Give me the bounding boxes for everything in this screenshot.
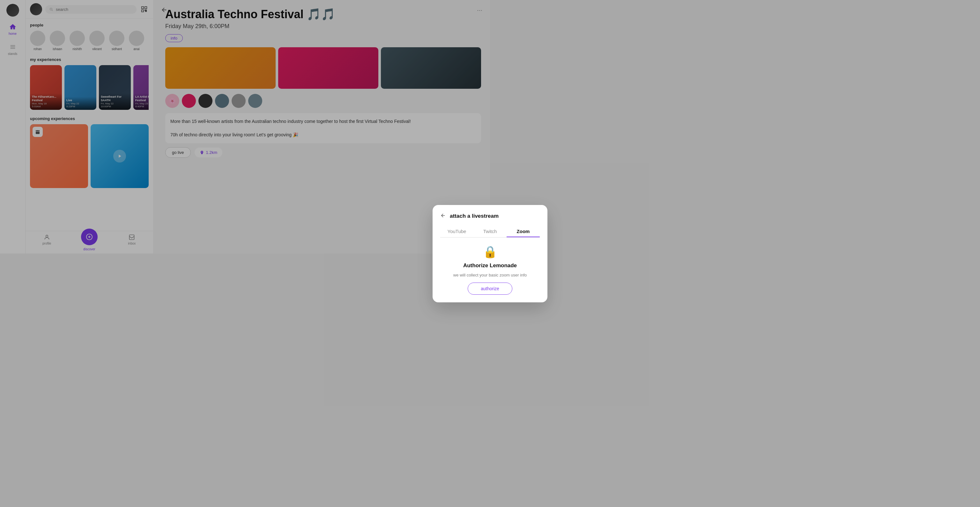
modal-back-button[interactable] bbox=[440, 213, 446, 220]
modal-header: attach a livestream bbox=[440, 213, 490, 220]
tab-twitch[interactable]: Twitch bbox=[473, 226, 490, 237]
modal-tabs: YouTube Twitch Zoom bbox=[440, 226, 490, 238]
tab-youtube-label: YouTube bbox=[447, 229, 466, 234]
modal-title: attach a livestream bbox=[450, 213, 490, 219]
tab-youtube[interactable]: YouTube bbox=[440, 226, 473, 237]
attach-livestream-modal: attach a livestream YouTube Twitch Zoom … bbox=[433, 205, 490, 254]
modal-body: 🔒 Authorize Lemonade we will collect you… bbox=[440, 245, 490, 254]
lock-icon: 🔒 bbox=[483, 245, 490, 254]
modal-overlay[interactable]: attach a livestream YouTube Twitch Zoom … bbox=[0, 0, 490, 254]
tab-twitch-label: Twitch bbox=[483, 229, 490, 234]
